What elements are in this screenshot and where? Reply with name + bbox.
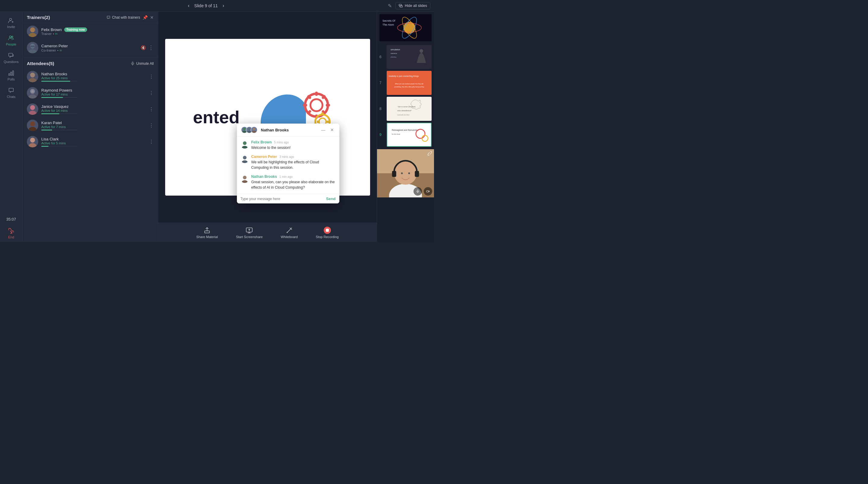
person-plus-icon xyxy=(8,17,14,24)
secrets-atom-thumbnail[interactable]: Secrets Of The Atom xyxy=(379,14,432,41)
avatar-raymond xyxy=(27,87,38,98)
svg-text:Secrets Of: Secrets Of xyxy=(382,19,396,22)
svg-point-49 xyxy=(243,141,247,145)
whiteboard-button[interactable]: Whiteboard xyxy=(281,226,298,239)
slide-8-img: "Art is never finished, only abandoned" … xyxy=(387,97,432,121)
nathan-activity-bar xyxy=(41,81,78,82)
video-camera-button[interactable] xyxy=(424,187,432,195)
svg-point-54 xyxy=(242,180,248,183)
chat-msg-body-nathan: Nathan Brooks 1 min ago Great session, c… xyxy=(251,175,336,190)
svg-text:something, they felt a little : something, they felt a little guilty bec… xyxy=(394,86,424,88)
chat-avatar-nathan xyxy=(241,175,249,183)
svg-point-19 xyxy=(31,90,34,93)
left-sidebar: Invite People Questions xyxy=(0,12,23,242)
video-mic-button[interactable] xyxy=(413,187,422,195)
share-material-icon xyxy=(204,226,211,234)
video-controls xyxy=(413,187,432,195)
microphone-icon xyxy=(130,61,135,66)
content-area: ented xyxy=(158,12,377,242)
svg-point-23 xyxy=(29,127,36,131)
mute-icon[interactable]: 🔇 xyxy=(141,45,146,50)
chat-trainers-button[interactable]: Chat with trainers xyxy=(106,16,140,20)
chat-messages: Felix Brown 5 mins ago Welcome to the se… xyxy=(237,137,339,194)
stop-recording-button[interactable]: Stop Recording xyxy=(316,226,339,239)
svg-point-16 xyxy=(29,78,36,82)
whiteboard-icon xyxy=(286,226,293,234)
nathan-more-button[interactable]: ⋮ xyxy=(149,74,154,80)
chat-message-nathan: Nathan Brooks 1 min ago Great session, c… xyxy=(241,175,336,190)
pin-button[interactable]: 📌 xyxy=(143,15,148,20)
janice-more-button[interactable]: ⋮ xyxy=(149,107,154,112)
toolbar: Share Material Start Screenshare Whitebo… xyxy=(158,223,377,242)
chat-popup-header: Nathan Brooks — ✕ xyxy=(237,124,339,137)
svg-rect-77 xyxy=(387,123,430,147)
attendee-item-nathan: Nathan Brooks Active for 25 mins ⋮ xyxy=(23,68,158,85)
slide-thumbnail-8[interactable]: 8 "Art is never finished, only abandoned… xyxy=(387,97,432,121)
chat-popup-avatars xyxy=(241,127,255,133)
raymond-activity-bar xyxy=(41,97,78,98)
close-panel-button[interactable]: ✕ xyxy=(150,15,154,20)
sidebar-item-chats[interactable]: Chats xyxy=(0,84,22,101)
share-material-button[interactable]: Share Material xyxy=(196,226,218,239)
janice-activity-fill xyxy=(41,113,59,114)
raymond-more-button[interactable]: ⋮ xyxy=(149,90,154,96)
top-bar-right: ✎ Hide all slides xyxy=(388,2,434,9)
karan-info: Karan Patel Active for 7 mins xyxy=(41,121,146,130)
chat-msg-body-felix: Felix Brown 5 mins ago Welcome to the se… xyxy=(251,140,336,150)
questions-icon xyxy=(8,52,14,59)
svg-point-3 xyxy=(9,36,11,38)
karan-activity-fill xyxy=(41,129,52,130)
slide-thumbnail-7[interactable]: 7 Creativity is just connecting things W… xyxy=(387,71,432,95)
janice-info: Janice Vasquez Active for 14 mins xyxy=(41,104,146,114)
lisa-more-button[interactable]: ⋮ xyxy=(149,139,154,145)
svg-text:planning: planning xyxy=(391,56,396,58)
slide-thumbnail-6[interactable]: 6 simulation stamina planning xyxy=(387,45,432,69)
sidebar-item-polls[interactable]: Polls xyxy=(0,67,22,84)
lisa-info: Lisa Clark Active for 5 mins xyxy=(41,137,146,147)
hide-slides-button[interactable]: Hide all slides xyxy=(396,2,430,9)
svg-point-4 xyxy=(11,36,13,38)
svg-point-43 xyxy=(243,128,246,130)
svg-rect-7 xyxy=(10,72,12,75)
chat-close-button[interactable]: ✕ xyxy=(329,127,335,132)
karan-activity-bar xyxy=(41,129,78,130)
prev-slide-button[interactable]: ‹ xyxy=(186,2,191,9)
more-options-icon[interactable]: ⋮ xyxy=(148,44,154,51)
send-message-button[interactable]: Send xyxy=(326,196,336,201)
next-slide-button[interactable]: › xyxy=(221,2,226,9)
avatar-nathan xyxy=(27,71,38,82)
lisa-avatar-img xyxy=(27,136,38,147)
sidebar-item-invite[interactable]: Invite xyxy=(0,14,22,32)
edit-icon[interactable]: ✎ xyxy=(388,3,392,9)
start-screenshare-button[interactable]: Start Screenshare xyxy=(236,226,263,239)
svg-point-22 xyxy=(30,121,35,126)
svg-point-24 xyxy=(30,138,35,143)
slide-thumbnail-9[interactable]: 9 Reimagined and Reinvented for the clou… xyxy=(387,123,432,147)
svg-point-12 xyxy=(29,49,36,53)
karan-avatar-img xyxy=(27,120,38,131)
video-expand-button[interactable] xyxy=(427,151,432,157)
svg-text:Creativity is just connecting : Creativity is just connecting things xyxy=(389,75,419,78)
chat-minimize-button[interactable]: — xyxy=(320,127,327,132)
slides-list: 6 simulation stamina planning 7 xyxy=(377,42,434,149)
svg-rect-13 xyxy=(30,46,35,47)
chat-avatar-cameron xyxy=(241,155,249,163)
svg-point-18 xyxy=(29,94,36,98)
chat-message-felix: Felix Brown 5 mins ago Welcome to the se… xyxy=(241,140,336,150)
sidebar-item-people[interactable]: People xyxy=(0,32,22,49)
unmute-all-button[interactable]: Unmute All xyxy=(130,61,154,66)
svg-point-47 xyxy=(253,128,255,130)
end-button[interactable]: End xyxy=(8,224,14,242)
slides-icon xyxy=(399,4,403,8)
karan-more-button[interactable]: ⋮ xyxy=(149,123,154,128)
chat-popup-title: Nathan Brooks xyxy=(261,128,318,132)
slide-info: Slide 9 of 11 xyxy=(194,3,218,8)
svg-point-85 xyxy=(394,162,417,185)
mini-avatar-3 xyxy=(251,127,257,133)
sidebar-item-questions[interactable]: Questions xyxy=(0,49,22,67)
panel-header-actions: Chat with trainers 📌 ✕ xyxy=(106,15,154,20)
svg-rect-6 xyxy=(9,73,10,75)
svg-rect-42 xyxy=(327,121,330,123)
chat-message-input[interactable] xyxy=(241,197,326,201)
svg-rect-0 xyxy=(399,4,401,6)
